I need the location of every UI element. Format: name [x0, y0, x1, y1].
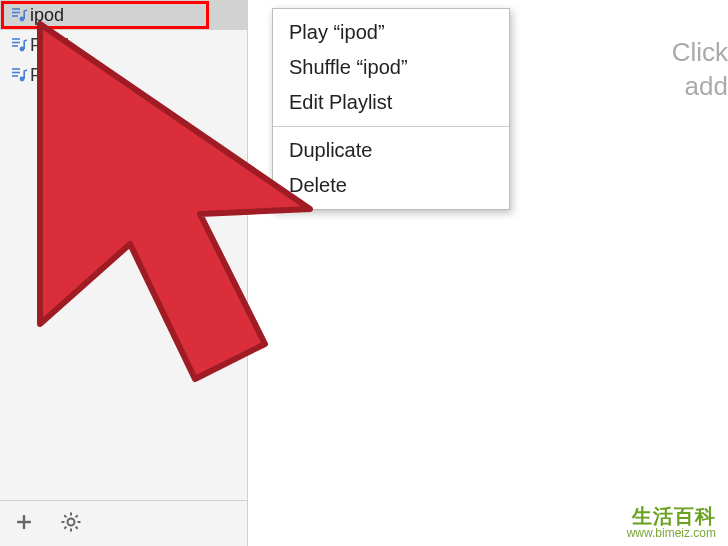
sidebar: ipod Playl — [0, 0, 248, 546]
svg-line-19 — [64, 515, 66, 517]
menu-item-edit-playlist[interactable]: Edit Playlist — [273, 85, 509, 120]
svg-line-21 — [64, 526, 66, 528]
sidebar-footer — [0, 500, 247, 546]
menu-separator — [273, 126, 509, 127]
add-button[interactable] — [14, 512, 34, 536]
menu-item-duplicate[interactable]: Duplicate — [273, 133, 509, 168]
watermark-title: 生活百科 — [627, 505, 716, 527]
menu-item-delete[interactable]: Delete — [273, 168, 509, 203]
svg-line-20 — [76, 526, 78, 528]
menu-item-shuffle[interactable]: Shuffle “ipod” — [273, 50, 509, 85]
svg-point-14 — [68, 518, 75, 525]
sidebar-item-label: ipod — [30, 5, 64, 26]
svg-line-22 — [76, 515, 78, 517]
playlist-icon — [8, 6, 30, 24]
menu-item-play[interactable]: Play “ipod” — [273, 15, 509, 50]
playlist-icon — [8, 66, 30, 84]
hint-text: Click add — [672, 36, 728, 104]
sidebar-list: ipod Playl — [0, 0, 247, 90]
plus-icon — [14, 512, 34, 532]
watermark: 生活百科 www.bimeiz.com — [627, 505, 716, 540]
hint-line2: add — [672, 70, 728, 104]
context-menu: Play “ipod” Shuffle “ipod” Edit Playlist… — [272, 8, 510, 210]
gear-icon — [60, 511, 82, 533]
playlist-icon — [8, 36, 30, 54]
hint-line1: Click — [672, 36, 728, 70]
sidebar-item-playlist-1[interactable]: Playl — [0, 30, 247, 60]
sidebar-item-ipod[interactable]: ipod — [0, 0, 247, 30]
settings-button[interactable] — [60, 511, 82, 537]
watermark-url: www.bimeiz.com — [627, 527, 716, 540]
sidebar-item-label: Playl — [30, 35, 69, 56]
sidebar-item-playlist-2[interactable]: Playl — [0, 60, 247, 90]
sidebar-item-label: Playl — [30, 65, 69, 86]
